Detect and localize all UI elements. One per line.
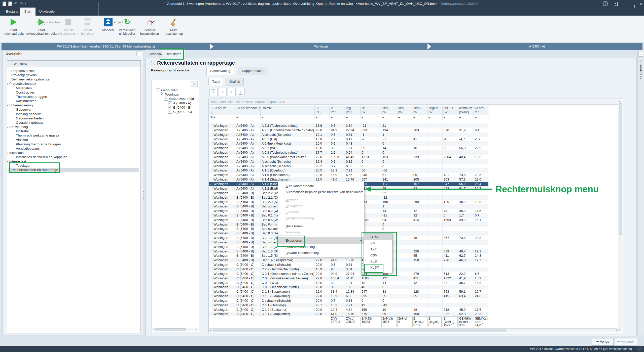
checkbox-checked-icon[interactable]	[168, 101, 172, 105]
column-header-ruimte[interactable]: Ruimte	[261, 106, 315, 115]
menu-item-automatisch-bepalen-juiste-breedte-van-deze-kolom[interactable]: Automatisch bepalen juiste breedte van d…	[278, 189, 364, 195]
sidebar-item-projectoverzicht[interactable]: Projectoverzicht	[11, 69, 35, 73]
column-header-i[interactable]: θ;i[°C]	[315, 106, 330, 115]
table-row[interactable]: WoningenA (5400 - A)A 2.1 (Onbenoemde ru…	[209, 128, 488, 133]
table-row[interactable]: WoningenC (5400 - C)C 0.3 (Technische ru…	[209, 285, 488, 289]
sidebar-item-schematisering[interactable]: ▾Schematisering	[7, 103, 33, 108]
sidebar-item-infiltratie[interactable]: Infiltratie	[16, 129, 29, 134]
filter-cell[interactable]: =	[212, 115, 235, 120]
tab-grafiek[interactable]: Grafiek	[226, 78, 244, 85]
tab-tabel[interactable]: Tabel	[208, 78, 224, 85]
table-row[interactable]: WoningenC (5400 - C)C 1.1 (Overloop)20,7…	[209, 303, 488, 307]
ribbon-tab-uitwisselen[interactable]: Uitwisselen	[35, 8, 60, 16]
move-up-button[interactable]: ↑	[219, 88, 227, 96]
minimize-icon[interactable]: —	[623, 2, 627, 6]
sidebar-item-installaties[interactable]: ▾Installaties	[7, 151, 25, 155]
help-icon[interactable]: ?	[603, 2, 607, 6]
sidebar-item-constructies[interactable]: Constructies	[16, 90, 35, 95]
column-header-v-i[interactable]: Φ;V,i[W]	[381, 106, 397, 115]
table-row[interactable]: WoningenC (5400 - C)C 0.5 (Woonkamer met…	[209, 276, 488, 281]
sidebar-item-gebouwen[interactable]: Gebouwen	[16, 107, 32, 112]
group-by-bar[interactable]: Sleep een kolom hierheen om daarop te gr…	[209, 99, 618, 105]
column-header-v[interactable]: V[m³]	[330, 106, 345, 115]
table-row[interactable]: WoningenA (5400 - A)A 1.1 (Overloop)20,5…	[209, 168, 488, 173]
ribbon-tab-bestand[interactable]: Bestand	[2, 8, 23, 16]
filter-cell[interactable]: =	[235, 115, 261, 120]
start-rekenopdracht-button[interactable]: Startrekenopdracht	[2, 17, 25, 35]
table-row[interactable]: WoningenC (5400 - C)C 1.2 (Badkamer)20,0…	[209, 307, 488, 312]
undo-icon[interactable]: ↶	[14, 2, 17, 6]
sidebar-item-gebouweenheden[interactable]: Gebouweenheden	[16, 116, 44, 121]
checkbox-checked-icon[interactable]	[168, 110, 172, 114]
sidebar-item-projectbibliotheek[interactable]: ▾Projectbibliotheek	[7, 81, 36, 86]
table-row[interactable]: WoningenC (5400 - C)C 1.4 (Slaapkamer)22…	[209, 312, 488, 316]
selection-item-gebouwen[interactable]: Gebouwen	[161, 88, 177, 93]
menu-item-auto-kolombreedte[interactable]: Auto kolombreedte	[278, 183, 364, 189]
ribbon-tab-start[interactable]: Start	[20, 8, 35, 16]
table-row[interactable]: WoningenC (5400 - C)C schacht (Schacht)2…	[209, 298, 488, 303]
checkbox-checked-icon[interactable]	[164, 97, 168, 101]
move-last-button[interactable]: ↓	[237, 88, 245, 96]
collapse-panel-button[interactable]: ‹	[136, 52, 141, 56]
table-row[interactable]: WoningenC (5400 - C)C 0.2 (WC)18,03,01,2…	[209, 281, 488, 285]
sidebar-item-projectgegevens[interactable]: Projectgegevens	[11, 73, 37, 77]
table-row[interactable]: WoningenA (5400 - A)A 0.2 (WC)18,03,01,2…	[209, 146, 488, 150]
sidebar-item-vlakken[interactable]: Vlakken	[16, 138, 28, 142]
table-row[interactable]: WoningenA (5400 - A)A 0.3 (Technische ru…	[209, 150, 488, 155]
chevron-down-icon[interactable]: ▾	[7, 104, 8, 107]
column-header-kental-m[interactable]: Kental m²[W/m²]	[458, 106, 474, 115]
start-rekenopdrachtenreeks-button[interactable]: ✓Startrekenopdrachtenreeks	[26, 17, 57, 35]
sidebar-item-definieer-rekenopdrachten[interactable]: Definieer rekenopdrachten	[11, 77, 51, 82]
filter-cell[interactable]: =	[412, 115, 427, 120]
selection-item-c-5400-c[interactable]: C (5400 - C)	[173, 110, 192, 114]
table-vscrollbar[interactable]: ▴ ▾	[618, 99, 622, 332]
library-expand-button[interactable]: ›	[638, 52, 643, 57]
checkbox-checked-icon[interactable]	[156, 88, 160, 92]
column-header-gebouweenheid[interactable]: Gebouweenheid	[235, 106, 261, 115]
selection-tree-hscrollbar[interactable]: ◂ ▸	[152, 328, 198, 331]
column-header-hu-i[interactable]: Φ;hu,i[W]	[412, 106, 427, 115]
tab-samenvatting[interactable]: Samenvatting	[206, 67, 234, 75]
table-row[interactable]: WoningenA (5400 - A)A 0.1 (Hal)18,07,93,…	[209, 137, 488, 142]
sidebar-item-plaatsing-thermische-bruggen[interactable]: Plaatsing thermische bruggen	[16, 142, 61, 147]
filter-cell[interactable]: =	[345, 115, 361, 120]
close-icon[interactable]: ✕	[639, 2, 643, 6]
table-row[interactable]: WoningenA (5400 - A)A 0.5 (Woonkamer met…	[209, 155, 488, 159]
table-row[interactable]: WoningenC (5400 - C)C 1.5 (Slaapkamer)22…	[209, 294, 488, 298]
menu-item-niets-tonen[interactable]: Niets tonen	[278, 223, 364, 229]
vernieuwen-uit-modeller-button[interactable]: ↻Vernieuwenuit Modeller	[117, 17, 137, 35]
selection-item-b-5400-b[interactable]: B (5400 - B)	[173, 105, 192, 110]
column-header-kental-m[interactable]: Kental m³[W/m³]	[474, 106, 488, 115]
column-header-gebouw[interactable]: Gebouw	[212, 106, 235, 115]
filter-cell[interactable]: =	[458, 115, 474, 120]
fullscreen-icon[interactable]	[614, 2, 618, 6]
sidebar-splitter[interactable]	[143, 191, 144, 199]
filter-cell[interactable]: =	[315, 115, 330, 120]
table-row[interactable]: WoningenC (5400 - C)C 2.2 (Technische ru…	[209, 267, 488, 272]
ruim-resultaten-op-button[interactable]: Ruimresultaten op	[162, 17, 186, 35]
move-first-button[interactable]: ↑	[209, 88, 218, 96]
breadcrumb-segment-3[interactable]: A (5400 - A)	[432, 43, 642, 50]
filter-cell[interactable]: =	[427, 115, 443, 120]
library-tab[interactable]: Bibliotheek	[639, 60, 643, 80]
table-hscrollbar[interactable]: ◂ ▸	[209, 328, 618, 332]
column-header-hl-i[interactable]: Φ;HL,i[W]	[443, 106, 458, 115]
sidebar-item-overzicht-gebouw[interactable]: Overzicht gebouw	[16, 120, 43, 125]
table-row[interactable]: WoningenA (5400 - A)A schacht (Schacht)1…	[209, 159, 488, 164]
table-row[interactable]: WoningenA (5400 - A)A 1.5 (Slaapkamer)22…	[209, 173, 488, 177]
quick-access-dropdown-icon[interactable]: ▾	[25, 3, 26, 5]
table-row[interactable]: WoningenB (5400 - B)Bsp 1.4 (Slaapkamer)…	[209, 258, 488, 262]
column-header-o[interactable]: Φ;o[W]	[397, 106, 412, 115]
close-file-icon[interactable]: ✕	[8, 2, 12, 6]
filter-cell[interactable]: =	[443, 115, 458, 120]
checkbox-checked-icon[interactable]	[160, 93, 164, 96]
sidebar-item-ventilatiebalans[interactable]: Ventilatiebalans	[16, 146, 40, 151]
filter-cell[interactable]: =	[361, 115, 381, 120]
sidebar-item-installaties-defini-ren-en-koppelen[interactable]: Installaties definiëren en koppelen	[16, 155, 67, 159]
table-row[interactable]: WoningenA (5400 - A)A schacht (Schacht)1…	[209, 133, 488, 137]
gebouw-hulpmiddelen-button[interactable]: ⌂⚒Gebouwhulpmiddelen	[138, 17, 161, 35]
sidebar-item-materialen[interactable]: Materialen	[16, 86, 32, 91]
table-row[interactable]: WoningenC (5400 - C)C 2.1 (Onbenoemde ru…	[209, 272, 488, 276]
sidebar-item-thermisch-werkzame-massa[interactable]: Thermisch werkzame massa	[16, 133, 59, 138]
table-row[interactable]: WoningenA (5400 - A)A schacht (Schacht)2…	[209, 164, 488, 168]
